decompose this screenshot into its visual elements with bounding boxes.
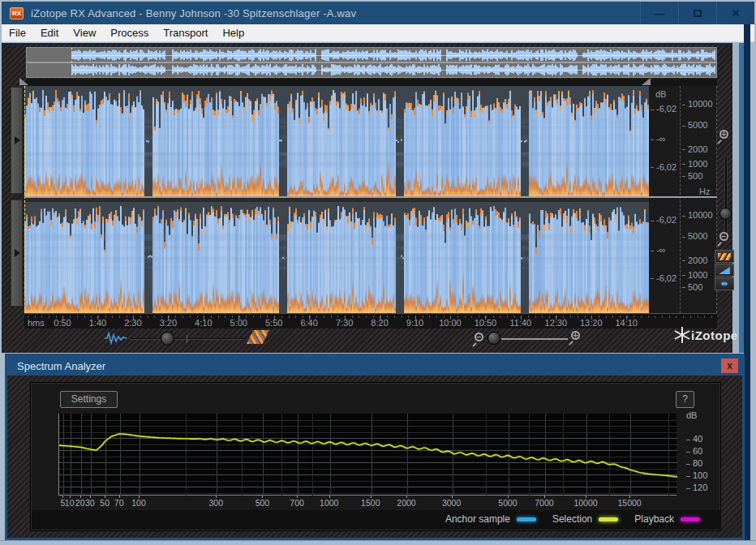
ruler-minor-tick [394,315,395,318]
izotope-logo-text: iZotope [691,328,738,342]
close-icon: ✕ [732,7,741,19]
window-controls: — ✕ [640,2,754,24]
legend-label: Playback [634,513,674,525]
ruler-minor-tick [218,315,219,318]
ruler-minor-tick [429,315,430,318]
spectrogram-display[interactable] [24,86,649,313]
spectrum-frequency-tick [90,496,91,498]
spectrum-frequency-tick [452,496,453,498]
ruler-minor-tick [542,315,543,318]
ruler-minor-tick [535,315,536,318]
channel-strip-right[interactable] [11,200,23,307]
blend-view-button[interactable] [715,264,734,277]
horizontal-zoom-track[interactable] [501,338,568,340]
menu-item-edit[interactable]: Edit [33,24,66,42]
zoom-in-vertical-icon[interactable]: + [719,130,728,139]
horizontal-zoom-knob[interactable] [488,332,500,345]
window-frame-bottom [0,540,756,545]
ruler-major-tick [380,315,380,320]
blend-slider-knob[interactable] [161,332,174,345]
blend-icon [719,267,730,274]
close-button[interactable]: ✕ [716,2,754,24]
ruler-minor-tick [366,315,367,318]
ruler-major-tick [450,315,451,320]
overview-left-handle[interactable] [19,78,28,85]
spectrum-frequency-label: 10 [65,498,75,508]
ruler-major-tick [168,315,169,320]
ruler-minor-tick [154,315,155,318]
overview-range-bar[interactable] [26,79,717,86]
channel-select-icon [15,136,20,144]
spectrogram-canvas[interactable] [24,86,649,313]
title-bar[interactable]: RX iZotope RX Advanced - Benny Johnson -… [2,2,754,24]
spectrum-frequency-label: 70 [114,498,124,508]
ruler-major-tick [238,315,239,320]
hz-scale-label: 1000 [682,159,707,169]
ruler-minor-tick [698,315,698,318]
amplitude-frequency-scales[interactable]: dB-6,02-∞-6,0210000500020001000500Hz-6,0… [649,86,717,313]
channel-strip-left[interactable] [11,87,23,194]
legend-item-selection: Selection [552,513,618,525]
spectrum-frequency-tick [80,496,81,498]
menu-item-file[interactable]: File [2,24,33,42]
spectrogram-view-button[interactable] [715,250,734,263]
overview-waveform[interactable] [26,47,717,78]
ruler-minor-tick [683,315,684,318]
minimize-button[interactable]: — [640,2,678,24]
overview-right-handle[interactable] [642,78,651,85]
legend-label: Anchor sample [445,513,510,525]
menu-item-view[interactable]: View [66,24,103,42]
display-bottom-border [24,313,717,314]
spectrum-frequency-tick [586,496,586,498]
ruler-major-tick [556,315,556,320]
vertical-zoom-slider-knob[interactable] [719,208,732,220]
spectrum-frequency-tick [544,496,545,498]
menu-item-transport[interactable]: Transport [156,24,215,42]
spectrum-frequency-label: 5000 [498,498,517,508]
spectrum-db-scale: dB406080100120 [680,409,717,506]
ruler-major-tick [204,315,204,320]
zoom-in-horizontal-icon[interactable]: + [571,331,580,340]
spectrum-db-label: 120 [686,483,707,492]
channel-divider[interactable] [24,196,717,198]
izotope-logo: iZotope [673,326,738,344]
spectrum-db-label: 100 [686,470,707,480]
zoom-out-horizontal-icon[interactable]: − [475,333,483,341]
hz-scale-label: 1000 [682,270,707,280]
spectrum-analyzer-close-button[interactable]: x [721,358,738,373]
spectrum-plot[interactable] [58,414,677,496]
spectrum-frequency-label: 3000 [442,498,461,508]
maximize-button[interactable] [678,2,716,24]
minimize-icon: — [655,7,665,19]
window-title: iZotope RX Advanced - Benny Johnson -30 … [31,7,356,19]
spectrum-legend-strip: Anchor sampleSelectionPlayback [32,510,721,530]
menu-item-process[interactable]: Process [103,24,156,42]
db-scale-label: -6,02 [651,162,677,172]
hz-scale-label: 2000 [682,255,707,265]
ruler-minor-tick [662,315,663,318]
ruler-major-tick [309,315,310,320]
spectrum-frequency-label: 10000 [573,498,597,508]
zoom-out-vertical-icon[interactable]: − [719,232,728,241]
ruler-minor-tick [77,315,78,318]
help-button[interactable]: ? [676,391,694,408]
ruler-minor-tick [359,315,359,318]
menu-item-help[interactable]: Help [215,24,251,42]
settings-button[interactable]: Settings [60,391,118,408]
overview-canvas[interactable] [27,48,716,77]
spectrum-analyzer-titlebar[interactable]: Spectrum Analyzer x [7,356,742,375]
time-ruler[interactable]: hms 0:501:402:303:204:105:005:506:407:30… [24,315,717,328]
vertical-zoom-slider-track[interactable] [724,156,728,242]
ruler-minor-tick [183,315,183,318]
waveform-view-button[interactable]: ⇹ [715,277,734,290]
spectrum-curve [59,414,677,496]
ruler-minor-tick [465,315,466,318]
spectrum-analyzer-title: Spectrum Analyzer [17,360,105,372]
spectrum-legend: Anchor sampleSelectionPlayback [445,513,700,525]
selection-left-edge[interactable] [24,86,25,313]
legend-swatch [681,517,700,521]
spectrum-frequency-tick [105,496,105,498]
ruler-minor-tick [331,315,332,318]
hz-scale-label: 10000 [682,210,713,220]
ruler-minor-tick [112,315,113,318]
